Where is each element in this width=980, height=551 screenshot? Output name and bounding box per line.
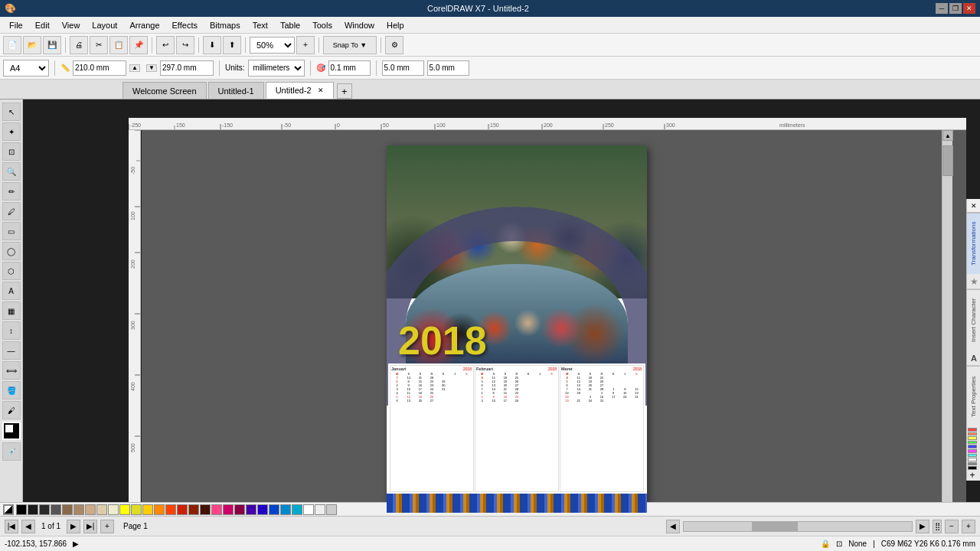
zoom-tool[interactable]: 🔍 [2,162,21,181]
prev-page-button[interactable]: ◀ [21,520,35,533]
menu-text[interactable]: Text [247,19,274,31]
swatch-white[interactable] [968,458,977,461]
palette-purple[interactable] [246,504,256,515]
palette-skin2[interactable] [96,504,107,515]
palette-sky-blue[interactable] [280,504,291,515]
swatch-green[interactable] [968,441,977,445]
save-button[interactable]: 💾 [43,36,61,54]
swatch-red[interactable] [968,428,977,432]
add-page-button[interactable]: + [100,520,114,533]
last-page-button[interactable]: ▶| [83,520,97,533]
zoom-in-status[interactable]: + [962,520,975,533]
palette-cream[interactable] [108,504,119,515]
scroll-up-button[interactable]: ▲ [942,130,953,141]
cut-button[interactable]: ✂ [90,36,108,54]
smart-draw-tool[interactable]: 🖊 [2,202,21,220]
options-button[interactable]: ⚙ [385,36,403,54]
tab-add-button[interactable]: + [337,83,352,99]
freehand-tool[interactable]: ✏ [2,182,21,201]
crop-tool[interactable]: ⊡ [2,142,21,161]
text-properties-label[interactable]: Text Properties [967,366,980,427]
palette-red-orange[interactable] [165,504,176,515]
palette-white[interactable] [303,504,314,515]
menu-window[interactable]: Window [338,19,381,31]
menu-bitmaps[interactable]: Bitmaps [204,19,247,31]
selector-tool[interactable]: ↖ [2,103,21,121]
palette-yellow[interactable] [119,504,130,515]
undo-button[interactable]: ↩ [156,36,175,54]
page-size-dropdown[interactable]: A4 Letter [3,60,49,77]
minimize-button[interactable]: ─ [936,3,948,14]
no-color-swatch[interactable] [3,504,14,515]
star-icon[interactable]: ★ [967,274,980,289]
palette-dark3[interactable] [51,504,61,515]
tab-close-icon[interactable]: ✕ [318,86,324,94]
new-button[interactable]: 📄 [3,36,21,54]
width-input[interactable]: 210.0 mm [73,60,126,76]
palette-dark-red[interactable] [188,504,199,515]
swatch-yellow[interactable] [968,436,977,440]
snap-to-button[interactable]: Snap To ▼ [323,36,377,54]
zoom-in-button[interactable]: + [296,36,315,54]
paste-button[interactable]: 📌 [129,36,148,54]
swatch-orange[interactable] [968,432,977,436]
tab-untitled-2[interactable]: Untitled-2 ✕ [266,82,334,99]
palette-lightgray[interactable] [326,504,337,515]
open-button[interactable]: 📂 [23,36,41,54]
menu-effects[interactable]: Effects [166,19,204,31]
tab-untitled-1[interactable]: Untitled-1 [208,82,264,99]
palette-teal[interactable] [292,504,302,515]
palette-red[interactable] [177,504,188,515]
width-down[interactable]: ▼ [146,64,157,72]
palette-white2[interactable] [315,504,325,515]
color-picker-tool[interactable] [2,422,21,440]
vertical-scrollbar[interactable]: ▲ ▼ [942,130,952,516]
print-button[interactable]: 🖨 [70,36,88,54]
export-button[interactable]: ⬆ [223,36,241,54]
palette-violet[interactable] [257,504,268,515]
polygon-tool[interactable]: ⬡ [2,262,21,280]
height-input[interactable]: 297.0 mm [160,60,214,76]
menu-help[interactable]: Help [381,19,410,31]
menu-view[interactable]: View [56,19,87,31]
palette-black[interactable] [16,504,27,515]
palette-amber[interactable] [142,504,153,515]
tab-welcome-screen[interactable]: Welcome Screen [122,82,207,99]
swatch-magenta[interactable] [968,449,977,453]
table-tool[interactable]: ▦ [2,302,21,320]
palette-blue[interactable] [269,504,279,515]
zoom-out-status[interactable]: − [945,520,959,533]
redo-button[interactable]: ↪ [176,36,194,54]
palette-maroon[interactable] [200,504,211,515]
scroll-thumb[interactable] [942,145,953,176]
rectangle-tool[interactable]: ▭ [2,222,21,240]
swatch-plus-button[interactable]: + [968,471,977,480]
fill-tool[interactable]: 🪣 [2,381,21,399]
h-scrollbar-track[interactable] [683,521,913,532]
transformations-panel-label[interactable]: Transformations [967,213,980,274]
menu-edit[interactable]: Edit [29,19,56,31]
color-eyedropper[interactable]: 💉 [2,442,21,461]
palette-skin[interactable] [85,504,96,515]
palette-orange[interactable] [154,504,165,515]
import-button[interactable]: ⬇ [203,36,221,54]
offset-x-input[interactable]: 5.0 mm [382,60,424,76]
first-page-button[interactable]: |◀ [5,520,18,533]
palette-dark1[interactable] [28,504,38,515]
scrollbar-handle[interactable]: ⣿ [933,520,942,533]
blend-tool[interactable]: ⟺ [2,361,21,380]
palette-pink[interactable] [211,504,222,515]
panel-close-button[interactable]: ✕ [967,199,980,213]
nudge-input[interactable]: 0.1 mm [328,60,371,76]
h-scrollbar-thumb[interactable] [752,522,798,531]
node-tool[interactable]: ✦ [2,122,21,141]
smart-fill-tool[interactable]: 🖌 [2,401,21,419]
menu-table[interactable]: Table [274,19,306,31]
palette-tan[interactable] [74,504,84,515]
scroll-left-button[interactable]: ◀ [666,520,680,533]
zoom-dropdown[interactable]: 50% 75% 100% 200% [250,37,295,54]
swatch-cyan[interactable] [968,454,977,458]
canvas-area[interactable]: 2018 Januari 2018 MSSRKJS 7142128 181522… [142,130,966,516]
swatch-gray[interactable] [968,462,977,466]
width-up[interactable]: ▲ [129,64,140,72]
